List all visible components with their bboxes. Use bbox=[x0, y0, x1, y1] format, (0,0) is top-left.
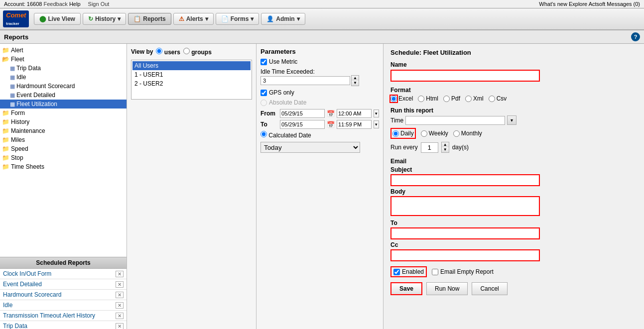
nav-alerts[interactable]: ⚠ Alerts ▾ bbox=[173, 13, 214, 25]
scheduled-item-link[interactable]: Hardmount Scorecard bbox=[3, 291, 61, 298]
run-every-up[interactable]: ▲ bbox=[442, 142, 449, 147]
scheduled-item-close[interactable]: ✕ bbox=[116, 313, 124, 319]
date-range-select[interactable]: Today Yesterday Last 7 Days Last 30 Days… bbox=[260, 142, 360, 153]
absolute-date-label[interactable]: Absolute Date bbox=[260, 99, 379, 106]
format-xml-radio[interactable] bbox=[465, 96, 472, 102]
tree-item-alert[interactable]: 📁 Alert bbox=[0, 46, 127, 55]
viewby-groups-radio[interactable] bbox=[183, 48, 190, 54]
logo[interactable]: Comettracker bbox=[3, 10, 29, 27]
tree-item-fleet-utilization[interactable]: ▦ Fleet Utilization bbox=[0, 100, 127, 109]
help-icon[interactable]: ? bbox=[631, 32, 640, 41]
freq-weekly-label[interactable]: Weekly bbox=[421, 130, 448, 137]
name-input[interactable] bbox=[390, 70, 540, 82]
cc-input[interactable] bbox=[390, 249, 540, 261]
nav-reports[interactable]: 📋 Reports bbox=[128, 13, 171, 25]
from-time-input[interactable] bbox=[337, 109, 372, 118]
scheduled-item-close[interactable]: ✕ bbox=[116, 323, 124, 329]
enabled-label[interactable]: Enabled bbox=[390, 266, 427, 277]
scheduled-item-link[interactable]: Transmission Timeout Alert History bbox=[3, 312, 95, 319]
tree-item-miles[interactable]: 📁 Miles bbox=[0, 135, 127, 144]
viewby-users-radio[interactable] bbox=[156, 48, 162, 54]
messages-link[interactable]: Messages (0) bbox=[607, 1, 640, 7]
nav-admin[interactable]: 👤 Admin ▾ bbox=[261, 13, 305, 25]
tree-item-trip-data[interactable]: ▦ Trip Data bbox=[0, 64, 127, 73]
from-date-input[interactable] bbox=[280, 109, 325, 118]
scheduled-item-link[interactable]: Trip Data bbox=[3, 323, 27, 329]
format-html-label[interactable]: Html bbox=[418, 95, 438, 102]
email-empty-checkbox[interactable] bbox=[432, 269, 438, 275]
idle-time-input[interactable] bbox=[260, 76, 350, 85]
tree-item-maintenance[interactable]: 📁 Maintenance bbox=[0, 126, 127, 135]
user-list-item-2[interactable]: 2 - USER2 bbox=[132, 79, 251, 88]
freq-daily-radio[interactable] bbox=[392, 130, 399, 137]
from-time-dropdown[interactable]: ▾ bbox=[374, 110, 379, 117]
body-textarea[interactable] bbox=[390, 196, 540, 216]
idle-time-down[interactable]: ▼ bbox=[352, 81, 359, 86]
nav-liveview[interactable]: ⬤ Live View bbox=[34, 13, 80, 25]
format-csv-label[interactable]: Csv bbox=[489, 95, 507, 102]
scheduled-item-link[interactable]: Clock In/Out Form bbox=[3, 270, 51, 277]
to-time-dropdown[interactable]: ▾ bbox=[374, 120, 379, 128]
to-time-input[interactable] bbox=[337, 120, 372, 129]
scheduled-item-close[interactable]: ✕ bbox=[116, 292, 124, 298]
tree-item-form[interactable]: 📁 Form bbox=[0, 109, 127, 117]
idle-time-up[interactable]: ▲ bbox=[352, 76, 359, 81]
help-link[interactable]: Help bbox=[69, 1, 81, 7]
calculated-date-label[interactable]: Calculated Date bbox=[260, 132, 311, 139]
use-metric-label[interactable]: Use Metric bbox=[260, 58, 379, 65]
tree-item-speed[interactable]: 📁 Speed bbox=[0, 144, 127, 153]
run-now-button[interactable]: Run Now bbox=[426, 282, 468, 295]
scheduled-item-close[interactable]: ✕ bbox=[116, 271, 124, 277]
format-html-radio[interactable] bbox=[418, 96, 424, 102]
viewby-groups-label[interactable]: groups bbox=[183, 48, 212, 56]
gps-only-label[interactable]: GPS only bbox=[260, 89, 379, 96]
nav-history[interactable]: ↻ History ▾ bbox=[83, 13, 126, 25]
format-excel-label[interactable]: Excel bbox=[390, 95, 413, 102]
use-metric-checkbox[interactable] bbox=[260, 59, 267, 65]
freq-monthly-label[interactable]: Monthly bbox=[453, 130, 482, 137]
whats-new-link[interactable]: What's new bbox=[539, 1, 567, 7]
run-every-down[interactable]: ▼ bbox=[442, 147, 449, 152]
time-dropdown-btn[interactable]: ▾ bbox=[507, 115, 516, 125]
tree-item-time-sheets[interactable]: 📁 Time Sheets bbox=[0, 162, 127, 171]
to-calendar-btn[interactable]: 📅 bbox=[327, 121, 335, 128]
freq-daily-label[interactable]: Daily bbox=[390, 128, 416, 139]
cancel-button[interactable]: Cancel bbox=[472, 282, 507, 295]
calculated-date-radio[interactable] bbox=[260, 131, 267, 137]
tree-item-history[interactable]: 📁 History bbox=[0, 117, 127, 126]
format-csv-radio[interactable] bbox=[489, 96, 495, 102]
tree-item-stop[interactable]: 📁 Stop bbox=[0, 153, 127, 162]
feedback-link[interactable]: Feedback bbox=[44, 1, 68, 7]
tree-item-hardmount[interactable]: ▦ Hardmount Scorecard bbox=[0, 82, 127, 91]
signout-link[interactable]: Sign Out bbox=[88, 1, 110, 7]
tree-item-event-detailed[interactable]: ▦ Event Detailed bbox=[0, 91, 127, 100]
scheduled-item-close[interactable]: ✕ bbox=[116, 302, 124, 309]
user-list-item-all[interactable]: All Users bbox=[132, 61, 251, 70]
format-excel-radio[interactable] bbox=[390, 96, 397, 102]
run-every-input[interactable] bbox=[421, 142, 438, 153]
enabled-checkbox[interactable] bbox=[393, 269, 400, 275]
format-xml-label[interactable]: Xml bbox=[465, 95, 484, 102]
subject-input[interactable] bbox=[390, 174, 540, 186]
scheduled-item-link[interactable]: Event Detailed bbox=[3, 281, 42, 288]
viewby-users-label[interactable]: users bbox=[156, 48, 180, 56]
explore-link[interactable]: Explore Actsoft bbox=[569, 1, 605, 7]
freq-monthly-radio[interactable] bbox=[453, 130, 460, 137]
save-button[interactable]: Save bbox=[390, 282, 422, 295]
scheduled-item-link[interactable]: Idle bbox=[3, 302, 12, 309]
email-empty-label[interactable]: Email Empty Report bbox=[432, 268, 494, 275]
scheduled-item-close[interactable]: ✕ bbox=[116, 281, 124, 288]
freq-weekly-radio[interactable] bbox=[421, 130, 427, 137]
to-date-input[interactable] bbox=[280, 120, 325, 129]
user-list-item-1[interactable]: 1 - USER1 bbox=[132, 70, 251, 79]
tree-item-idle[interactable]: ▦ Idle bbox=[0, 73, 127, 82]
to-input[interactable] bbox=[390, 227, 540, 239]
nav-forms[interactable]: 📄 Forms ▾ bbox=[216, 13, 259, 25]
format-pdf-radio[interactable] bbox=[443, 96, 450, 102]
gps-only-checkbox[interactable] bbox=[260, 90, 267, 96]
from-calendar-btn[interactable]: 📅 bbox=[327, 110, 335, 117]
format-pdf-label[interactable]: Pdf bbox=[443, 95, 460, 102]
time-input[interactable] bbox=[405, 116, 505, 125]
tree-item-fleet[interactable]: 📂 Fleet bbox=[0, 55, 127, 64]
absolute-date-radio[interactable] bbox=[260, 100, 267, 106]
